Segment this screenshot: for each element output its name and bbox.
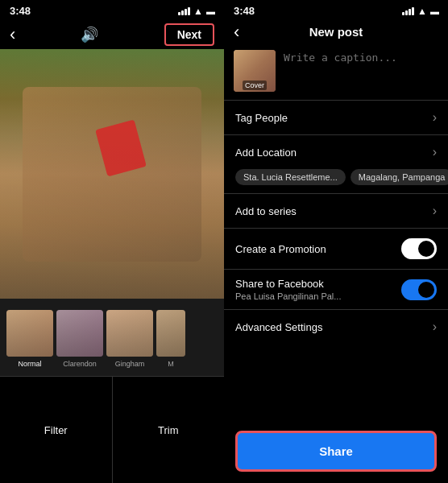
caption-row: Cover	[224, 45, 448, 100]
filter-normal-img	[6, 310, 53, 357]
share-to-facebook-label: Share to Facebook	[235, 278, 341, 290]
filter-clarendon[interactable]: Clarendon	[56, 310, 103, 368]
right-wifi-icon: ▲	[417, 6, 427, 17]
share-button[interactable]: Share	[235, 431, 437, 472]
filter-normal-label: Normal	[18, 360, 41, 368]
add-location-label: Add Location	[235, 147, 297, 159]
tag-people-item[interactable]: Tag People ›	[224, 101, 448, 134]
filter-m-img	[156, 310, 185, 357]
left-panel: 3:48 ▲ ▬ ‹ 🔊 Next Nor	[0, 0, 224, 483]
advanced-settings-label: Advanced Settings	[235, 321, 322, 333]
right-signal-icon	[402, 7, 414, 15]
add-to-series-chevron-icon: ›	[433, 204, 437, 218]
create-promotion-toggle[interactable]	[401, 238, 437, 259]
filter-gingham-img	[106, 310, 153, 357]
left-toolbar: ‹ 🔊 Next	[0, 20, 224, 49]
filter-normal[interactable]: Normal	[6, 310, 53, 368]
page-title: New post	[309, 25, 363, 39]
left-time: 3:48	[10, 5, 31, 17]
new-post-header: ‹ New post	[224, 20, 448, 45]
add-to-series-item[interactable]: Add to series ›	[224, 194, 448, 228]
right-back-button[interactable]: ‹	[234, 22, 239, 43]
right-status-bar: 3:48 ▲ ▬	[224, 0, 448, 20]
right-status-icons: ▲ ▬	[402, 6, 438, 17]
create-promotion-row: Create a Promotion	[224, 229, 448, 269]
share-to-facebook-account: Pea Luisa Pangilinan Pal...	[235, 291, 341, 301]
filter-m[interactable]: M	[156, 310, 185, 368]
share-button-container: Share	[224, 419, 448, 483]
add-location-chevron-icon: ›	[433, 145, 437, 159]
caption-input[interactable]	[284, 50, 438, 92]
add-location-item[interactable]: Add Location ›	[224, 135, 448, 169]
share-to-facebook-toggle[interactable]	[401, 279, 437, 300]
location-chip-1[interactable]: Magalang, Pampanga	[351, 169, 448, 185]
right-panel: 3:48 ▲ ▬ ‹ New post Cover Tag People ›	[224, 0, 448, 483]
trim-tab[interactable]: Trim	[113, 377, 225, 483]
main-image-area	[0, 49, 224, 299]
signal-icon	[178, 7, 190, 15]
filter-thumbnails: Normal Clarendon Gingham M	[0, 303, 224, 371]
wifi-icon: ▲	[193, 6, 203, 17]
cover-thumbnail[interactable]: Cover	[234, 50, 276, 92]
add-to-series-label: Add to series	[235, 205, 297, 217]
tag-people-label: Tag People	[235, 112, 288, 124]
advanced-settings-chevron-icon: ›	[433, 320, 437, 334]
next-button[interactable]: Next	[164, 23, 214, 46]
filter-gingham-label: Gingham	[115, 360, 145, 368]
tag-people-chevron-icon: ›	[433, 110, 437, 125]
left-status-icons: ▲ ▬	[178, 6, 214, 17]
sound-icon[interactable]: 🔊	[81, 26, 98, 43]
bottom-tabs: Filter Trim	[0, 376, 224, 483]
advanced-settings-item[interactable]: Advanced Settings ›	[224, 310, 448, 344]
filter-m-label: M	[168, 360, 174, 368]
share-to-fb-left: Share to Facebook Pea Luisa Pangilinan P…	[235, 278, 341, 301]
right-time: 3:48	[234, 5, 255, 17]
left-status-bar: 3:48 ▲ ▬	[0, 0, 224, 20]
battery-icon: ▬	[206, 6, 214, 16]
location-chip-0[interactable]: Sta. Lucia Resettleme...	[235, 169, 346, 185]
filter-clarendon-label: Clarendon	[63, 360, 97, 368]
create-promotion-label: Create a Promotion	[235, 243, 326, 255]
location-chips: Sta. Lucia Resettleme... Magalang, Pampa…	[224, 169, 448, 193]
filter-gingham[interactable]: Gingham	[106, 310, 153, 368]
right-battery-icon: ▬	[430, 6, 438, 16]
filter-clarendon-img	[56, 310, 103, 357]
back-button[interactable]: ‹	[10, 24, 15, 45]
share-to-facebook-row: Share to Facebook Pea Luisa Pangilinan P…	[224, 270, 448, 309]
cover-label: Cover	[243, 80, 267, 90]
person-silhouette	[0, 87, 224, 299]
filter-tab[interactable]: Filter	[0, 377, 113, 483]
filters-bar: Normal Clarendon Gingham M	[0, 299, 224, 376]
